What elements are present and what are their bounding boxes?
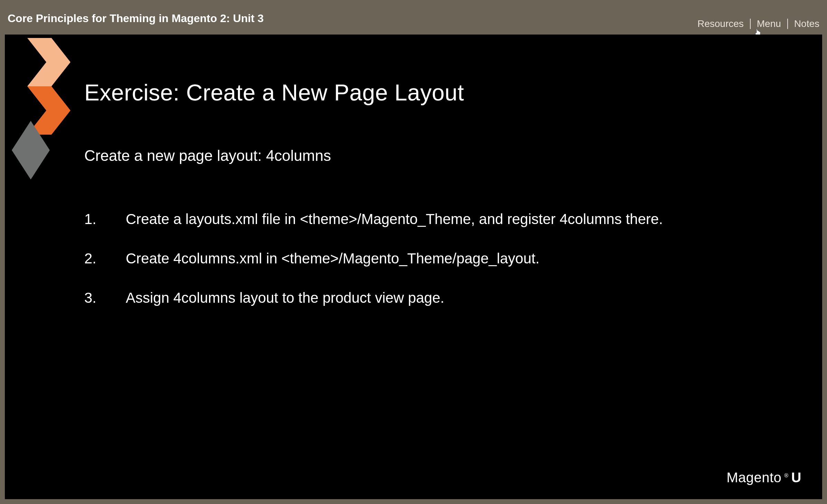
link-divider xyxy=(787,19,788,29)
slide-area: Exercise: Create a New Page Layout Creat… xyxy=(5,35,822,499)
registered-icon: ® xyxy=(784,473,788,479)
list-item: Assign 4columns layout to the product vi… xyxy=(84,288,801,308)
steps-list: Create a layouts.xml file in <theme>/Mag… xyxy=(84,209,801,308)
link-divider xyxy=(750,19,751,29)
menu-link[interactable]: Menu xyxy=(757,18,781,29)
list-item: Create 4columns.xml in <theme>/Magento_T… xyxy=(84,249,801,269)
slide-subheading: Create a new page layout: 4columns xyxy=(84,147,801,164)
brand-footer: Magento® U xyxy=(726,470,801,485)
brand-name: Magento xyxy=(726,470,781,485)
slide-heading: Exercise: Create a New Page Layout xyxy=(84,79,801,106)
resources-link[interactable]: Resources xyxy=(697,18,744,29)
top-links: Resources Menu Notes xyxy=(697,18,819,29)
course-title: Core Principles for Theming in Magento 2… xyxy=(8,12,264,25)
notes-link[interactable]: Notes xyxy=(794,18,819,29)
list-item: Create a layouts.xml file in <theme>/Mag… xyxy=(84,209,801,230)
slide-content: Exercise: Create a New Page Layout Creat… xyxy=(84,79,801,327)
brand-suffix: U xyxy=(791,470,801,485)
topbar: Core Principles for Theming in Magento 2… xyxy=(0,0,827,34)
magento-logo-icon xyxy=(12,35,70,186)
